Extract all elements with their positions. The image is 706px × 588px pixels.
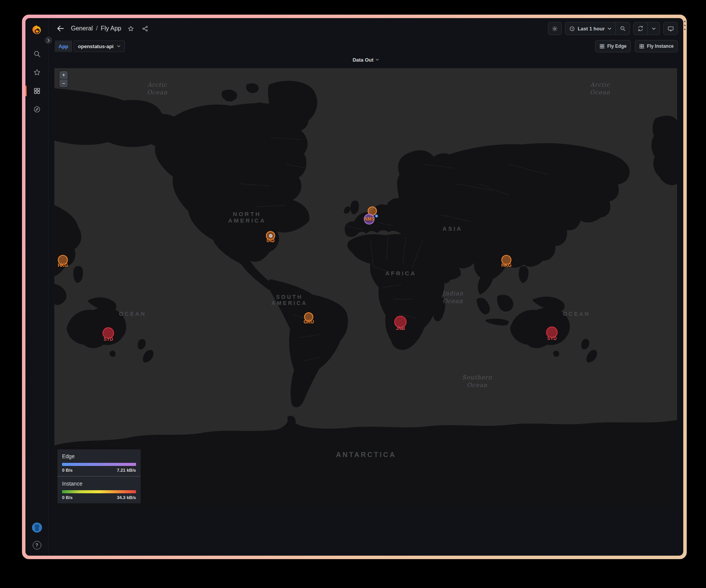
landmasses xyxy=(54,81,677,507)
sidebar-item-starred[interactable] xyxy=(25,66,48,79)
grafana-logo-icon[interactable] xyxy=(31,25,43,37)
legend-gradient-bar-instance xyxy=(62,490,136,493)
fly-instance-link-button[interactable]: Fly Instance xyxy=(635,40,678,52)
favorite-star-button[interactable] xyxy=(126,24,136,34)
marker-label: HKG xyxy=(58,263,68,268)
help-icon[interactable]: ? xyxy=(33,541,41,549)
time-picker-group: Last 1 hour xyxy=(565,22,630,35)
star-icon xyxy=(33,69,41,76)
chevron-down-icon xyxy=(607,27,612,31)
breadcrumb-dashboard: Fly App xyxy=(101,25,121,32)
time-range-label: Last 1 hour xyxy=(578,26,605,32)
dashboard-settings-button[interactable] xyxy=(548,22,562,35)
legend-min: 0 B/s xyxy=(62,468,73,472)
variable-app-value: openstatus-api xyxy=(78,44,113,49)
map-marker-ams[interactable]: AMS xyxy=(364,214,375,224)
fly-edge-label: Fly Edge xyxy=(607,44,627,49)
refresh-interval-dropdown[interactable] xyxy=(648,22,660,35)
marker-label: SYD xyxy=(104,337,113,342)
sidebar-item-dashboards[interactable] xyxy=(25,84,48,97)
breadcrumb-separator: / xyxy=(96,25,97,32)
chevron-down-icon xyxy=(375,58,379,62)
chevron-down-icon xyxy=(117,44,121,48)
dashboard-grid-icon xyxy=(599,44,605,49)
map-zoom-out-button[interactable]: − xyxy=(59,79,68,87)
variable-app-value-dropdown[interactable]: openstatus-api xyxy=(74,40,124,52)
chevron-down-icon xyxy=(652,27,656,31)
refresh-group xyxy=(633,22,660,35)
dashboards-grid-icon xyxy=(33,87,41,95)
breadcrumb: General / Fly App xyxy=(71,25,121,32)
refresh-button[interactable] xyxy=(634,22,647,35)
map-legend: Edge 0 B/s 7.21 kB/s Instance 0 B/s 34.3… xyxy=(57,449,141,503)
user-avatar[interactable] xyxy=(32,523,42,533)
fly-edge-link-button[interactable]: Fly Edge xyxy=(595,40,631,52)
map-marker[interactable] xyxy=(375,214,378,218)
variable-app-label[interactable]: App xyxy=(55,40,72,52)
legend-title: Instance xyxy=(62,481,136,487)
sidebar-item-search[interactable] xyxy=(25,47,48,60)
marker-label: SYD xyxy=(547,336,557,341)
fly-instance-label: Fly Instance xyxy=(647,44,674,49)
panel-title-menu[interactable]: Data Out xyxy=(49,54,683,66)
marker-label: HKG xyxy=(501,263,512,268)
monitor-icon xyxy=(667,25,674,32)
world-map xyxy=(54,68,677,507)
share-button[interactable] xyxy=(140,24,150,34)
legend-min: 0 B/s xyxy=(62,495,73,500)
dashboard-header: General / Fly App xyxy=(49,18,683,39)
zoom-out-time-button[interactable] xyxy=(616,22,630,35)
marker-label: IAD xyxy=(267,238,275,243)
map-marker-syd[interactable]: SYD xyxy=(103,327,114,339)
main-area: General / Fly App xyxy=(49,18,683,556)
time-range-picker[interactable]: Last 1 hour xyxy=(565,22,615,35)
map-marker-gru[interactable]: GRU xyxy=(304,312,313,322)
map-marker-iad[interactable]: IAD xyxy=(266,231,275,240)
sidebar-item-explore[interactable] xyxy=(25,103,48,116)
back-button[interactable] xyxy=(55,23,66,34)
map-zoom-in-button[interactable]: + xyxy=(59,71,68,79)
legend-max: 34.3 kB/s xyxy=(117,495,136,500)
legend-section-edge: Edge 0 B/s 7.21 kB/s xyxy=(57,449,141,476)
clock-icon xyxy=(569,26,575,32)
magnifier-minus-icon xyxy=(620,25,626,32)
refresh-icon xyxy=(637,25,644,32)
legend-section-instance: Instance 0 B/s 34.3 kB/s xyxy=(57,476,141,503)
grafana-app: ? General / Fly App xyxy=(25,18,683,556)
marker-label: AMS xyxy=(364,216,375,222)
variables-bar: App openstatus-api xyxy=(49,39,683,54)
sidebar-expand-button[interactable] xyxy=(44,36,53,45)
map-marker-hkg[interactable]: HKG xyxy=(58,255,68,265)
compass-icon xyxy=(33,106,41,113)
legend-gradient-bar-edge xyxy=(62,463,136,466)
window-frame: ? General / Fly App xyxy=(22,15,687,559)
map-zoom-controls: + − xyxy=(59,70,68,88)
frame-drag-dots xyxy=(683,21,686,30)
map-marker-jnb[interactable]: JNB xyxy=(394,316,407,328)
marker-label: JNB xyxy=(396,326,405,331)
map-marker-hkg[interactable]: HKG xyxy=(501,255,511,265)
sidebar: ? xyxy=(25,18,49,556)
marker-label: GRU xyxy=(304,319,314,325)
search-icon xyxy=(33,50,41,58)
map-marker-syd[interactable]: SYD xyxy=(546,327,558,338)
panel-title: Data Out xyxy=(353,57,373,63)
breadcrumb-folder[interactable]: General xyxy=(71,25,93,32)
gear-icon xyxy=(551,25,558,32)
dashboard-grid-icon xyxy=(639,44,644,49)
legend-max: 7.21 kB/s xyxy=(117,468,136,472)
geomap[interactable]: + − Edge 0 B/s 7.21 kB/s Instance xyxy=(54,68,677,507)
legend-title: Edge xyxy=(62,453,136,459)
instance-dot xyxy=(269,234,272,238)
kiosk-mode-button[interactable] xyxy=(663,22,678,35)
